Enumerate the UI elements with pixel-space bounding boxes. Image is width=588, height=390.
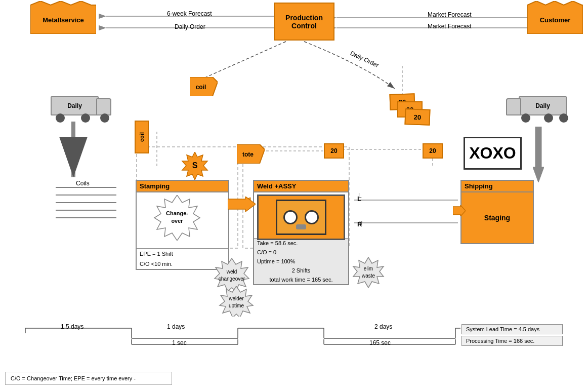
svg-text:Customer: Customer: [540, 16, 571, 24]
weld-header: Weld +ASSY: [254, 181, 348, 192]
svg-marker-64: [353, 257, 384, 288]
sec-2-label: 165 sec: [369, 339, 391, 346]
svg-text:elim: elim: [364, 266, 373, 271]
svg-text:changeover: changeover: [219, 276, 245, 282]
stamping-epe: EPE = 1 Shift: [137, 248, 228, 259]
coils-label: Coils: [76, 180, 90, 187]
market-forecast-1-label: Market Forecast: [428, 11, 472, 18]
svg-marker-68: [453, 205, 466, 216]
right-truck: Daily: [506, 91, 567, 119]
stack-box-3: 20: [404, 108, 430, 126]
shipping-process-box: Shipping Staging: [460, 180, 534, 244]
inv-20-right-tag: 20: [423, 143, 443, 159]
xoxo-label: XOXO: [469, 144, 516, 163]
svg-text:Metallservice: Metallservice: [43, 16, 84, 24]
xoxo-box: XOXO: [464, 137, 522, 170]
svg-text:tote: tote: [242, 151, 254, 158]
r-label: R: [357, 220, 362, 228]
svg-text:over: over: [171, 218, 183, 224]
svg-marker-69: [533, 127, 544, 182]
daily-order-right-label: Daily Order: [349, 50, 380, 69]
coil-vert-tag: coil: [135, 121, 149, 153]
svg-marker-67: [228, 197, 256, 212]
daily-right-label: Daily: [519, 96, 567, 115]
footnote-label: C/O = Changeover Time; EPE = every time …: [11, 375, 136, 381]
inv-20-right-label: 20: [429, 147, 436, 154]
weld-co: C/O = 0: [254, 248, 348, 257]
days-1-label: 1.5 days: [61, 323, 83, 330]
svg-text:waste: waste: [361, 273, 375, 279]
weld-uptime: Uptime = 100%: [254, 257, 348, 266]
system-lead-time-label: System Lead Time = 4.5 days: [466, 326, 539, 332]
svg-text:S: S: [192, 161, 198, 170]
elim-waste-burst: elim waste: [351, 257, 386, 289]
staging-label: Staging: [461, 192, 533, 243]
days-2-label: 1 days: [167, 323, 185, 330]
coil-top-tag: coil: [190, 77, 218, 98]
l-label: L: [357, 195, 361, 203]
tote-tag: tote: [237, 144, 265, 165]
svg-text:Change-: Change-: [166, 210, 188, 216]
left-truck: Daily: [51, 91, 111, 119]
inv-20-mid-label: 20: [330, 147, 337, 154]
system-lead-time-box: System Lead Time = 4.5 days: [461, 324, 563, 334]
svg-text:weld: weld: [226, 269, 237, 275]
six-week-forecast-label: 6-week Forecast: [167, 10, 212, 17]
diagram-container: L R: [0, 0, 588, 390]
weld-process-box: Weld +ASSY Take = 58.6 sec. C/O = 0 Upti…: [253, 180, 349, 285]
days-3-label: 2 days: [374, 323, 392, 330]
svg-text:welder: welder: [228, 296, 244, 301]
footnote-box: C/O = Changeover Time; EPE = every time …: [5, 372, 172, 385]
stamping-process-box: Stamping Change- over EPE = 1 Shift C/O …: [136, 180, 229, 270]
weld-shifts: 2 Shifts: [254, 266, 348, 275]
sec-1-label: 1 sec: [172, 339, 187, 346]
svg-text:uptime: uptime: [229, 303, 244, 308]
push-arrow-stamp-weld: [228, 197, 256, 212]
svg-text:coil: coil: [196, 84, 206, 91]
shipping-header: Shipping: [461, 181, 533, 192]
welder-uptime-burst: welder uptime: [218, 286, 256, 318]
s-burst: S: [181, 152, 209, 181]
market-forecast-2-label: Market Forecast: [428, 23, 472, 30]
processing-time-label: Processing Time = 166 sec.: [466, 338, 534, 344]
changeover-burst: Change- over: [149, 195, 205, 242]
daily-left-label: Daily: [51, 96, 99, 115]
daily-order-left-label: Daily Order: [175, 23, 205, 30]
stamping-header: Stamping: [137, 181, 228, 192]
weld-total-work: total work time = 165 sec.: [254, 275, 348, 284]
inv-20-mid-tag: 20: [324, 143, 344, 159]
svg-marker-61: [220, 286, 253, 317]
push-arrow-to-shipping: [453, 205, 466, 216]
processing-time-box: Processing Time = 166 sec.: [461, 336, 563, 346]
production-control-label: Production Control: [285, 14, 323, 30]
right-truck-arrow: [533, 127, 544, 182]
production-control-box: Production Control: [274, 3, 334, 41]
